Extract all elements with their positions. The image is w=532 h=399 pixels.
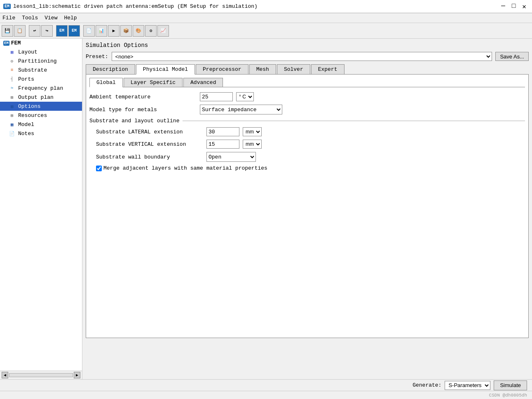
sidebar-item-label: Notes <box>18 131 34 137</box>
simulate-button[interactable]: Simulate <box>494 380 527 390</box>
tab-physical-model[interactable]: Physical Model <box>136 64 195 75</box>
toolbar-em1[interactable]: EM <box>56 25 68 37</box>
output-icon: ⊞ <box>8 94 16 100</box>
lateral-extension-input[interactable] <box>206 127 239 136</box>
toolbar-3d[interactable]: 📦 <box>120 25 132 37</box>
em-badge: EM <box>3 4 11 9</box>
toolbar-save[interactable]: 💾 <box>2 25 13 37</box>
layout-icon: ▦ <box>8 49 16 55</box>
sidebar-item-options[interactable]: ▦ Options <box>0 102 82 111</box>
window-title: lesson1_lib:schematic driven patch anten… <box>13 3 258 9</box>
sidebar-item-model[interactable]: ▦ Model <box>0 120 82 129</box>
vertical-extension-row: Substrate VERTICAL extension mmcmmilum <box>96 140 525 149</box>
sidebar-item-frequency-plan[interactable]: ≈ Frequency plan <box>0 84 82 93</box>
sidebar-item-label: Model <box>18 121 34 128</box>
sidebar-item-label: Substrate <box>18 67 47 73</box>
substrate-outline-divider: Substrate and layout outline <box>89 118 525 124</box>
close-button[interactable]: ✕ <box>520 2 529 11</box>
sidebar-item-label: Output plan <box>18 94 54 100</box>
tab-layer-specific[interactable]: Layer Specific <box>124 78 183 87</box>
model-type-row: Model type for metals Surface impedance … <box>89 105 525 114</box>
watermark-text: CSDN @dh0805dh <box>487 393 529 398</box>
tab-expert[interactable]: Expert <box>311 64 345 74</box>
tab-solver[interactable]: Solver <box>277 64 310 74</box>
sidebar-item-label: Frequency plan <box>18 85 63 91</box>
vertical-unit-combo[interactable]: mmcmmilum <box>243 140 262 149</box>
toolbar: 💾 📋 ↩ ↪ EM EM 📄 📊 ▶ 📦 🎨 ⚙ 📈 <box>0 23 532 39</box>
merge-layers-label: Merge adjacent layers with same material… <box>103 165 267 171</box>
sidebar-item-output-plan[interactable]: ⊞ Output plan <box>0 93 82 102</box>
tab-advanced[interactable]: Advanced <box>183 78 223 87</box>
scroll-right-btn[interactable]: ▶ <box>74 372 80 378</box>
generate-combo[interactable]: S-Parameters Y-Parameters Z-Parameters <box>445 381 490 390</box>
preset-label: Preset: <box>86 54 108 60</box>
titlebar-left: EM lesson1_lib:schematic driven patch an… <box>3 3 258 9</box>
tab-preprocessor[interactable]: Preprocessor <box>196 64 248 74</box>
menu-tools[interactable]: Tools <box>22 15 38 21</box>
sidebar-item-layout[interactable]: ▦ Layout <box>0 47 82 56</box>
substrate-outline-label: Substrate and layout outline <box>89 118 179 124</box>
sidebar-item-label: Ports <box>18 76 34 82</box>
sidebar-header: EM FEM <box>0 39 82 47</box>
preset-row: Preset: <none> Save As... <box>86 52 529 61</box>
watermark-bar: CSDN @dh0805dh <box>0 391 532 399</box>
toolbar-table[interactable]: 📊 <box>96 25 107 37</box>
sidebar-item-label: Options <box>18 103 41 110</box>
merge-layers-checkbox[interactable] <box>96 166 102 171</box>
main-tabs: Description Physical Model Preprocessor … <box>86 64 529 75</box>
titlebar-controls[interactable]: ─ □ ✕ <box>499 2 529 11</box>
sub-tabs: Global Layer Specific Advanced <box>89 78 525 87</box>
lateral-unit-combo[interactable]: mmcmmilum <box>243 127 262 136</box>
preset-combo[interactable]: <none> <box>112 52 492 61</box>
sidebar: EM FEM ▦ Layout ⊙ Partitioning ≡ Substra… <box>0 39 82 379</box>
tab-global[interactable]: Global <box>89 78 123 87</box>
menubar: File Tools View Help <box>0 13 532 23</box>
sidebar-item-resources[interactable]: ⊞ Resources <box>0 111 82 120</box>
toolbar-undo[interactable]: ↩ <box>29 25 40 37</box>
toolbar-copy[interactable]: 📋 <box>14 25 26 37</box>
sidebar-item-label: Resources <box>18 112 47 119</box>
toolbar-palette[interactable]: 🎨 <box>133 25 144 37</box>
toolbar-chart[interactable]: 📈 <box>157 25 169 37</box>
tab-description[interactable]: Description <box>86 64 135 74</box>
sidebar-item-label: Partitioning <box>18 58 57 64</box>
options-icon: ▦ <box>8 103 16 110</box>
menu-help[interactable]: Help <box>64 15 77 21</box>
toolbar-doc[interactable]: 📄 <box>83 25 95 37</box>
sidebar-item-notes[interactable]: 📄 Notes <box>0 129 82 138</box>
model-type-select[interactable]: Surface impedance PEC Resistive sheet <box>200 105 282 114</box>
toolbar-em2[interactable]: EM <box>68 25 80 37</box>
sidebar-item-ports[interactable]: ┤ Ports <box>0 75 82 84</box>
toolbar-settings[interactable]: ⚙ <box>145 25 157 37</box>
sidebar-title: FEM <box>11 40 21 46</box>
content-area: Simulation Options Preset: <none> Save A… <box>82 39 532 379</box>
simulation-options-title: Simulation Options <box>86 42 529 49</box>
save-as-button[interactable]: Save As... <box>495 52 529 61</box>
wall-boundary-label: Substrate wall boundary <box>96 154 203 160</box>
scroll-left-btn[interactable]: ◀ <box>2 372 8 378</box>
menu-view[interactable]: View <box>45 15 57 21</box>
tab-mesh[interactable]: Mesh <box>249 64 276 74</box>
toolbar-redo[interactable]: ↪ <box>41 25 53 37</box>
scroll-track[interactable] <box>9 373 73 377</box>
toolbar-run[interactable]: ▶ <box>108 25 120 37</box>
sidebar-item-partitioning[interactable]: ⊙ Partitioning <box>0 56 82 65</box>
divider-line <box>183 121 525 121</box>
sidebar-item-substrate[interactable]: ≡ Substrate <box>0 65 82 75</box>
notes-icon: 📄 <box>8 130 16 137</box>
temperature-unit-combo[interactable]: ° C ° F K <box>236 92 254 101</box>
vertical-extension-input[interactable] <box>206 140 239 149</box>
titlebar: EM lesson1_lib:schematic driven patch an… <box>0 0 532 13</box>
sidebar-em-badge: EM <box>3 41 9 46</box>
ambient-temperature-input[interactable] <box>200 92 233 101</box>
minimize-button[interactable]: ─ <box>499 2 508 11</box>
maximize-button[interactable]: □ <box>509 2 518 11</box>
sidebar-item-label: Layout <box>18 49 37 55</box>
model-icon: ▦ <box>8 121 16 128</box>
vertical-extension-label: Substrate VERTICAL extension <box>96 141 203 147</box>
resources-icon: ⊞ <box>8 112 16 119</box>
menu-file[interactable]: File <box>2 15 15 21</box>
sidebar-scrollbar[interactable]: ◀ ▶ <box>0 371 82 379</box>
wall-boundary-select[interactable]: Open Closed <box>206 152 256 162</box>
frequency-icon: ≈ <box>8 85 16 91</box>
